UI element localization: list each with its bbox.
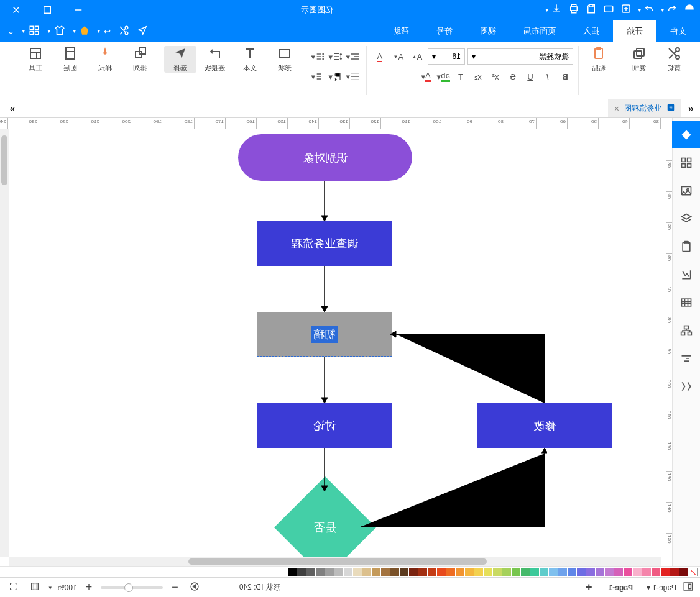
menu-tab-插入[interactable]: 插入 <box>569 20 613 42</box>
export-button[interactable] <box>551 3 562 17</box>
color-swatch[interactable] <box>390 568 399 576</box>
grid-quick-icon[interactable] <box>29 25 40 38</box>
layout-button[interactable]: 图层 <box>54 46 86 73</box>
connector-tool-button[interactable]: 连接线 <box>199 46 231 73</box>
bold-button[interactable]: B <box>557 68 573 84</box>
process-shape[interactable]: 修改 <box>477 403 612 448</box>
clear-format-button[interactable]: A <box>372 48 388 65</box>
zoom-in-button[interactable]: + <box>83 581 95 594</box>
page-layout-icon[interactable] <box>683 581 694 594</box>
grid-dropdown[interactable]: ▾ <box>22 28 25 34</box>
color-swatch[interactable] <box>558 568 567 576</box>
menu-tab-符号[interactable]: 符号 <box>423 20 466 42</box>
menu-tab-文件[interactable]: 文件 <box>656 20 700 42</box>
color-swatch[interactable] <box>549 568 558 576</box>
color-swatch[interactable] <box>325 568 334 576</box>
shirt-dropdown[interactable]: ▾ <box>47 28 50 34</box>
page-tab[interactable]: Page-1 <box>601 581 640 594</box>
save-button[interactable] <box>586 3 597 17</box>
menu-tab-开始[interactable]: 开始 <box>613 20 656 42</box>
color-swatch[interactable] <box>446 568 455 576</box>
color-swatch[interactable] <box>418 568 427 576</box>
grow-font-button[interactable]: A▲ <box>409 48 425 65</box>
connector-quick-icon[interactable]: ↪ <box>104 27 111 36</box>
collapse-left-icon[interactable]: « <box>681 99 700 117</box>
diamond-dropdown[interactable]: ▾ <box>73 28 76 34</box>
select-tool-button[interactable]: 选择 <box>164 46 196 73</box>
copy-button[interactable]: 复制 <box>623 46 655 73</box>
font-size-select[interactable]: 16▾ <box>428 48 465 65</box>
color-swatch[interactable] <box>353 568 362 576</box>
icons-panel-button[interactable] <box>673 148 701 176</box>
table-panel-button[interactable] <box>673 288 701 316</box>
fullscreen-button[interactable] <box>6 581 21 593</box>
image-panel-button[interactable] <box>673 176 701 204</box>
add-page-button[interactable]: + <box>583 581 595 594</box>
color-swatch[interactable] <box>474 568 483 576</box>
print-button[interactable] <box>568 3 579 17</box>
no-color-swatch[interactable] <box>689 568 698 576</box>
terminator-shape[interactable]: 识别对象 <box>238 134 412 181</box>
maximize-button[interactable] <box>36 0 58 20</box>
fit-page-button[interactable] <box>27 581 42 593</box>
zoom-slider[interactable] <box>101 586 163 589</box>
pointer-tool-icon[interactable] <box>137 25 148 38</box>
font-color-button[interactable]: A▾ <box>418 68 434 84</box>
color-swatch[interactable] <box>512 568 520 576</box>
selected-process-shape[interactable]: 初稿 <box>257 312 392 357</box>
text-tool-button[interactable]: 文本 <box>234 46 266 73</box>
collapse-right-icon[interactable]: » <box>0 99 25 117</box>
color-swatch[interactable] <box>493 568 502 576</box>
color-swatch[interactable] <box>316 568 325 576</box>
color-swatch[interactable] <box>614 568 623 576</box>
menu-tab-页面布局[interactable]: 页面布局 <box>510 20 569 42</box>
color-swatch[interactable] <box>642 568 651 576</box>
collapse-panel-button[interactable] <box>673 372 701 400</box>
color-swatch[interactable] <box>400 568 408 576</box>
color-swatch[interactable] <box>605 568 614 576</box>
color-swatch[interactable] <box>362 568 371 576</box>
horizontal-scrollbar[interactable] <box>9 557 661 566</box>
color-swatch[interactable] <box>306 568 315 576</box>
shape-tool-button[interactable]: 形状 <box>269 46 301 73</box>
menu-tab-视图[interactable]: 视图 <box>466 20 510 42</box>
export-dropdown[interactable]: ▾ <box>545 7 548 13</box>
subscript-button[interactable]: x₂ <box>470 68 486 84</box>
shrink-font-button[interactable]: A▼ <box>390 48 407 65</box>
page-selector[interactable]: Page-1 ▾ <box>647 583 676 592</box>
color-swatch[interactable] <box>372 568 380 576</box>
color-swatch[interactable] <box>428 568 436 576</box>
play-button[interactable] <box>187 581 202 593</box>
clipboard-panel-button[interactable] <box>673 232 701 260</box>
color-swatch[interactable] <box>540 568 548 576</box>
undo-button[interactable] <box>666 3 678 17</box>
highlight-button[interactable]: ab▾ <box>435 68 451 84</box>
diamond-preset-icon[interactable] <box>80 25 90 37</box>
strike-button[interactable]: S <box>505 68 521 84</box>
color-swatch[interactable] <box>633 568 642 576</box>
align-left-button[interactable]: ▾ <box>345 48 361 65</box>
color-swatch[interactable] <box>661 568 670 576</box>
document-tab[interactable]: 业务流程图 × <box>608 99 681 117</box>
open-button[interactable] <box>603 3 614 17</box>
color-swatch[interactable] <box>577 568 586 576</box>
text-shadow-button[interactable]: T <box>453 68 469 84</box>
color-swatch[interactable] <box>679 568 688 576</box>
org-panel-button[interactable] <box>673 316 701 344</box>
color-swatch[interactable] <box>484 568 492 576</box>
minimize-button[interactable] <box>67 0 90 20</box>
valign-button[interactable]: ▾ <box>345 68 361 84</box>
connector-quick-dropdown[interactable]: ▾ <box>97 28 100 34</box>
zoom-value[interactable]: 100% <box>58 583 77 592</box>
new-button[interactable] <box>620 3 632 17</box>
color-swatch[interactable] <box>465 568 474 576</box>
menu-tab-帮助[interactable]: 帮助 <box>379 20 423 42</box>
redo-dropdown[interactable]: ▾ <box>638 7 641 13</box>
color-swatch[interactable] <box>596 568 604 576</box>
text-direction-button[interactable]: ▾ <box>328 68 344 84</box>
shapes-panel-button[interactable] <box>673 121 701 148</box>
color-swatch[interactable] <box>381 568 390 576</box>
numbering-button[interactable]: ▾ <box>310 68 326 84</box>
color-swatch[interactable] <box>652 568 660 576</box>
color-swatch[interactable] <box>521 568 530 576</box>
